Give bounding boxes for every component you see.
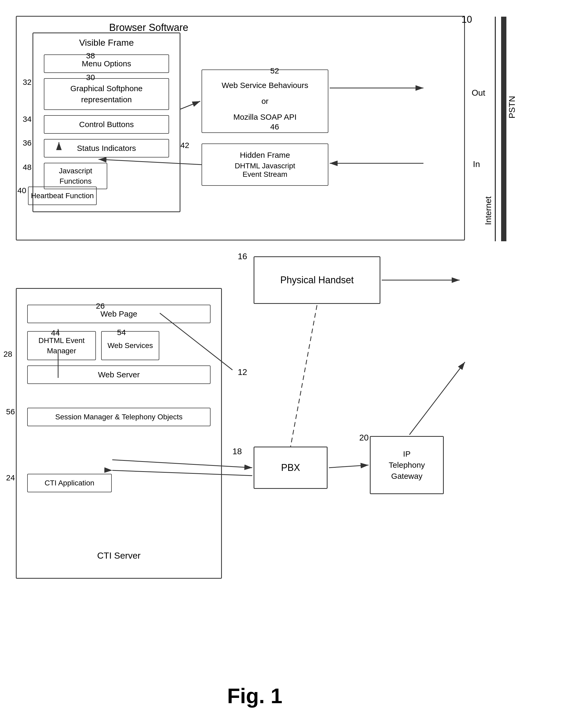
status-indicators-box: Status Indicators <box>44 139 169 157</box>
session-manager-box: Session Manager & Telephony Objects <box>27 408 211 426</box>
label-52: 52 <box>270 66 279 75</box>
web-page-box: Web Page <box>27 305 211 323</box>
label-48: 48 <box>23 163 31 172</box>
label-40: 40 <box>18 186 26 195</box>
heartbeat-label: Heartbeat Function <box>31 191 94 200</box>
visible-frame-label: Visible Frame <box>79 37 134 48</box>
ip-telephony-box: IPTelephonyGateway <box>370 436 444 494</box>
heartbeat-box: Heartbeat Function <box>28 186 97 205</box>
status-indicators-label: Status Indicators <box>77 144 136 153</box>
bottom-diagram: Physical Handset 16 26 28 Web Page DHTML… <box>16 256 571 713</box>
menu-options-box: Menu Options <box>44 54 169 73</box>
label-20: 20 <box>359 433 369 443</box>
dhtml-event-manager-label: DHTML EventManager <box>38 335 85 356</box>
label-16: 16 <box>238 252 247 261</box>
internet-label: Internet <box>483 196 493 225</box>
label-36: 36 <box>23 138 31 148</box>
dhtml-event-manager-box: DHTML EventManager <box>27 331 96 360</box>
physical-handset-box: Physical Handset <box>254 256 380 304</box>
session-manager-label: Session Manager & Telephony Objects <box>55 413 183 421</box>
svg-line-10 <box>291 305 317 447</box>
label-18: 18 <box>233 447 242 457</box>
label-12: 12 <box>238 367 247 377</box>
cti-application-label: CTI Application <box>45 479 94 487</box>
label-10: 10 <box>461 14 472 25</box>
pstn-line <box>501 17 506 241</box>
label-42: 42 <box>180 141 189 150</box>
label-32: 32 <box>23 78 31 87</box>
dhtml-event-stream-label: DHTML JavascriptEvent Stream <box>235 162 295 179</box>
web-page-label: Web Page <box>100 309 137 318</box>
web-services-label: Web Services <box>107 341 153 350</box>
control-buttons-label: Control Buttons <box>79 120 134 129</box>
label-34: 34 <box>23 115 31 124</box>
label-46: 46 <box>270 122 279 131</box>
label-38: 38 <box>86 51 95 60</box>
svg-line-2 <box>180 101 200 109</box>
hidden-frame-box: Hidden Frame DHTML JavascriptEvent Strea… <box>202 144 328 186</box>
top-diagram: 10 Browser Software Visible Frame Menu O… <box>16 16 465 240</box>
pbx-box: PBX <box>254 447 327 489</box>
javascript-label: JavascriptFunctions <box>59 166 92 186</box>
web-services-box: Web Services <box>101 331 159 360</box>
pbx-label: PBX <box>281 462 300 473</box>
physical-handset-label: Physical Handset <box>280 275 354 286</box>
menu-options-label: Menu Options <box>82 59 131 68</box>
label-28: 28 <box>3 349 12 359</box>
svg-line-13 <box>329 465 369 468</box>
control-buttons-box: Control Buttons <box>44 115 169 134</box>
visible-frame-box: Visible Frame Menu Options Graphical Sof… <box>32 32 180 212</box>
fig-label: Fig. 1 <box>227 684 283 708</box>
hidden-frame-label: Hidden Frame <box>240 151 290 160</box>
label-56: 56 <box>6 407 15 416</box>
softphone-label: Graphical Softphonerepresentation <box>70 83 143 105</box>
label-30: 30 <box>86 73 95 82</box>
svg-line-14 <box>409 362 465 435</box>
ip-telephony-label: IPTelephonyGateway <box>389 448 425 482</box>
label-54: 54 <box>117 328 126 337</box>
web-server-box: Web Server <box>27 365 211 384</box>
cti-server-label: CTI Server <box>97 550 140 561</box>
internet-line <box>495 17 496 241</box>
pstn-label: PSTN <box>507 96 517 119</box>
out-label: Out <box>472 88 485 98</box>
javascript-functions-box: JavascriptFunctions <box>44 163 107 189</box>
web-service-box: Web Service BehavioursorMozilla SOAP API <box>202 70 328 133</box>
label-24: 24 <box>6 473 15 482</box>
cti-server-box: 26 28 Web Page DHTML EventManager 44 Web… <box>16 288 222 579</box>
web-service-label: Web Service BehavioursorMozilla SOAP API <box>222 77 308 125</box>
label-44: 44 <box>51 329 60 337</box>
cti-application-box: CTI Application <box>27 474 112 492</box>
web-server-label: Web Server <box>98 370 140 379</box>
browser-software-label: Browser Software <box>109 22 188 33</box>
in-label: In <box>473 159 480 169</box>
softphone-box: Graphical Softphonerepresentation <box>44 78 169 110</box>
